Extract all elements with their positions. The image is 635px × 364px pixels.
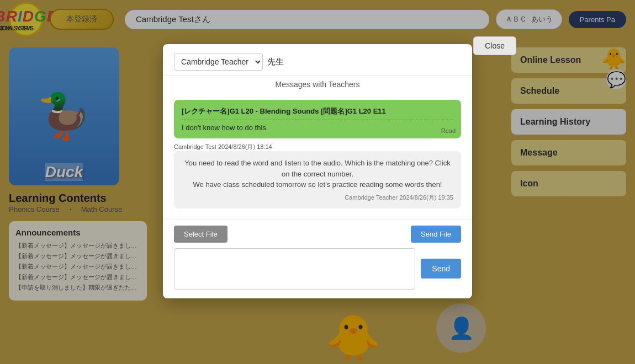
- message-modal: Close Cambridge Teacher 先生 Messages with…: [163, 44, 472, 298]
- msg-body: I don't know how to do this.: [182, 124, 453, 132]
- sensei-label: 先生: [267, 57, 284, 67]
- message-textarea[interactable]: [174, 248, 415, 290]
- select-file-button[interactable]: Select File: [174, 226, 227, 243]
- read-label: Read: [441, 127, 456, 134]
- text-input-area: Send: [163, 248, 472, 298]
- file-area: Select File Send File: [163, 220, 472, 248]
- student-msg-meta: Cambridge Test 2024/8/26(月) 18:14: [174, 143, 461, 151]
- msg-divider: [182, 120, 453, 120]
- modal-overlay: Close Cambridge Teacher 先生 Messages with…: [0, 0, 635, 364]
- send-button[interactable]: Send: [421, 259, 461, 279]
- messages-title: Messages with Teachers: [163, 76, 472, 93]
- msg-title: [レクチャー名]G1 L20 - Blending Sounds [問題名]G1…: [182, 106, 453, 116]
- teacher-msg-meta: Cambridge Teacher 2024/8/26(月) 19:35: [182, 194, 453, 202]
- student-message-bubble: [レクチャー名]G1 L20 - Blending Sounds [問題名]G1…: [174, 100, 461, 138]
- send-file-button[interactable]: Send File: [411, 226, 461, 243]
- teacher-select[interactable]: Cambridge Teacher: [174, 53, 263, 71]
- messages-area[interactable]: [レクチャー名]G1 L20 - Blending Sounds [問題名]G1…: [163, 93, 472, 220]
- teacher-message-bubble: You need to read the word and listen to …: [174, 151, 461, 208]
- close-button[interactable]: Close: [473, 36, 516, 55]
- modal-header: Cambridge Teacher 先生: [163, 44, 472, 76]
- teacher-msg-body: You need to read the word and listen to …: [182, 158, 453, 190]
